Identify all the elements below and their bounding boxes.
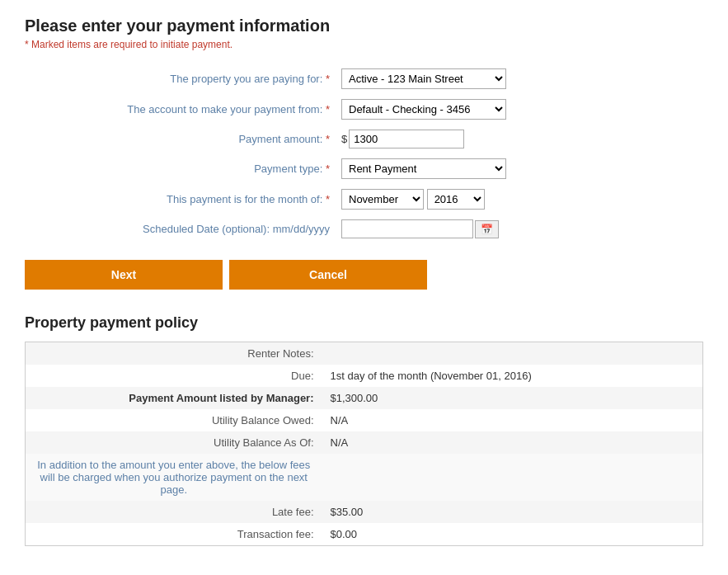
property-label: The property you are paying for: * — [25, 64, 338, 94]
account-row: The account to make your payment from: *… — [25, 94, 703, 125]
cancel-button[interactable]: Cancel — [229, 260, 427, 290]
payment-form-table: The property you are paying for: * Activ… — [25, 64, 703, 243]
utility-balance-row: Utility Balance Owed: N/A — [26, 409, 703, 431]
month-select[interactable]: January February March April May June Ju… — [341, 189, 424, 210]
transaction-fee-value: $0.00 — [322, 523, 703, 546]
type-row: Payment type: * Rent Payment — [25, 153, 703, 184]
amount-cell: $ — [338, 125, 703, 153]
transaction-fee-label: Transaction fee: — [26, 523, 322, 546]
utility-balance-label: Utility Balance Owed: — [26, 409, 322, 431]
policy-table: Renter Notes: Due: 1st day of the month … — [25, 342, 703, 546]
payment-amount-value: $1,300.00 — [322, 387, 703, 409]
date-wrapper: 📅 — [341, 219, 700, 238]
policy-title: Property payment policy — [25, 314, 703, 332]
amount-row: Payment amount: * $ — [25, 125, 703, 153]
scheduled-date-cell: 📅 — [338, 214, 703, 243]
policy-note-right — [322, 454, 703, 501]
renter-notes-value — [322, 342, 703, 365]
late-fee-label: Late fee: — [26, 501, 322, 523]
due-row: Due: 1st day of the month (November 01, … — [26, 365, 703, 387]
button-row: Next Cancel — [25, 260, 703, 290]
calendar-icon-button[interactable]: 📅 — [475, 220, 499, 238]
payment-amount-label: Payment Amount listed by Manager: — [26, 387, 322, 409]
scheduled-date-row: Scheduled Date (optional): mm/dd/yyyy 📅 — [25, 214, 703, 243]
property-row: The property you are paying for: * Activ… — [25, 64, 703, 94]
utility-balance-as-of-value: N/A — [322, 431, 703, 454]
scheduled-date-input[interactable] — [341, 219, 473, 238]
scheduled-date-label: Scheduled Date (optional): mm/dd/yyyy — [25, 214, 338, 243]
amount-wrapper: $ — [341, 130, 700, 148]
transaction-fee-row: Transaction fee: $0.00 — [26, 523, 703, 546]
month-row: This payment is for the month of: * Janu… — [25, 184, 703, 214]
account-cell: Default - Checking - 3456 — [338, 94, 703, 125]
type-cell: Rent Payment — [338, 153, 703, 184]
renter-notes-row: Renter Notes: — [26, 342, 703, 365]
utility-balance-as-of-label: Utility Balance As Of: — [26, 431, 322, 454]
late-fee-value: $35.00 — [322, 501, 703, 523]
amount-input[interactable] — [349, 130, 464, 148]
policy-note-row: In addition to the amount you enter abov… — [26, 454, 703, 501]
payment-type-select[interactable]: Rent Payment — [341, 158, 506, 179]
utility-balance-value: N/A — [322, 409, 703, 431]
due-value: 1st day of the month (November 01, 2016) — [322, 365, 703, 387]
utility-balance-as-of-row: Utility Balance As Of: N/A — [26, 431, 703, 454]
amount-label: Payment amount: * — [25, 125, 338, 153]
next-button[interactable]: Next — [25, 260, 223, 290]
property-cell: Active - 123 Main Street — [338, 64, 703, 94]
policy-note-text: In addition to the amount you enter abov… — [26, 454, 322, 501]
renter-notes-label: Renter Notes: — [26, 342, 322, 365]
required-note: * Marked items are required to initiate … — [25, 39, 703, 50]
account-label: The account to make your payment from: * — [25, 94, 338, 125]
dollar-sign: $ — [341, 133, 347, 145]
due-label: Due: — [26, 365, 322, 387]
payment-amount-row: Payment Amount listed by Manager: $1,300… — [26, 387, 703, 409]
month-cell: January February March April May June Ju… — [338, 184, 703, 214]
page-title: Please enter your payment information — [25, 16, 703, 35]
month-label: This payment is for the month of: * — [25, 184, 338, 214]
property-select[interactable]: Active - 123 Main Street — [341, 68, 506, 89]
type-label: Payment type: * — [25, 153, 338, 184]
account-select[interactable]: Default - Checking - 3456 — [341, 99, 506, 120]
year-select[interactable]: 2015 2016 2017 — [427, 189, 485, 210]
late-fee-row: Late fee: $35.00 — [26, 501, 703, 523]
